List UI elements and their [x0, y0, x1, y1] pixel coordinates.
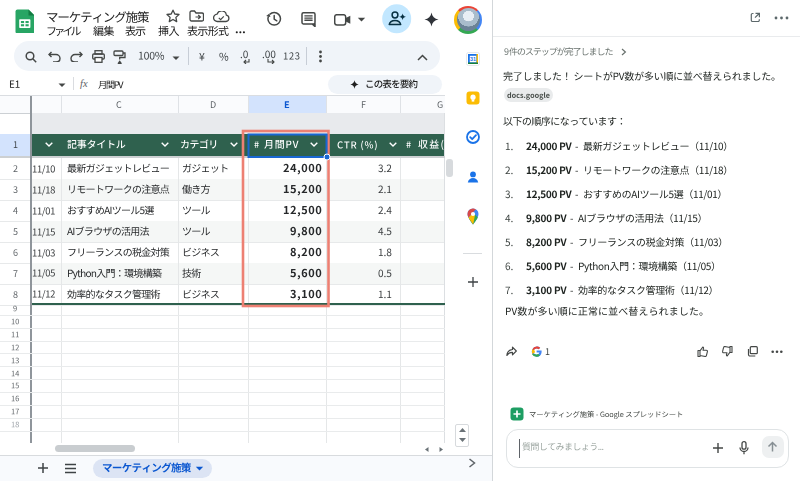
svg-text:31: 31: [470, 55, 476, 61]
